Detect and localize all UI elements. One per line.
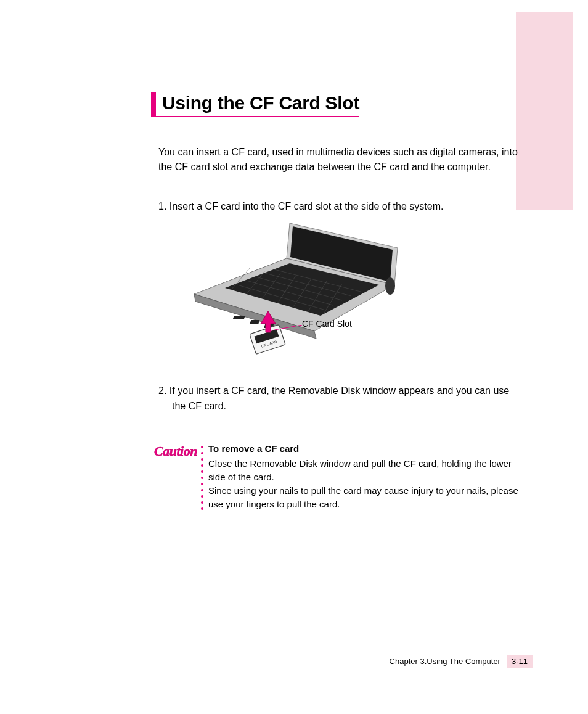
page-content: Using the CF Card Slot You can insert a … [151, 92, 521, 511]
chapter-tab [516, 12, 573, 210]
svg-point-20 [385, 277, 395, 295]
footer-page-number: 3-11 [507, 655, 533, 668]
svg-rect-17 [233, 316, 245, 319]
caution-label: Caution [154, 442, 198, 511]
figure-callout-label: CF Card Slot [302, 319, 352, 329]
dotted-divider [198, 442, 206, 511]
intro-paragraph: You can insert a CF card, used in multim… [158, 145, 521, 174]
title-container: Using the CF Card Slot [151, 92, 359, 117]
caution-block: Caution To remove a CF card Close the Re… [154, 442, 521, 511]
footer-chapter: Chapter 3.Using The Computer [390, 657, 500, 666]
caution-body: To remove a CF card Close the Removable … [206, 442, 521, 511]
svg-rect-18 [250, 320, 259, 324]
caution-text-1: Close the Removable Disk window and pull… [208, 457, 521, 484]
svg-line-25 [268, 325, 302, 331]
figure-laptop: CF CARD CF Card Slot [151, 226, 521, 368]
page-title: Using the CF Card Slot [162, 92, 359, 113]
step-2: 2. If you insert a CF card, the Removabl… [158, 384, 521, 414]
page-footer: Chapter 3.Using The Computer 3-11 [390, 655, 533, 668]
caution-text-2: Since using your nails to pull the card … [208, 484, 521, 511]
step-1: 1. Insert a CF card into the CF card slo… [158, 199, 521, 214]
caution-title: To remove a CF card [208, 442, 521, 456]
